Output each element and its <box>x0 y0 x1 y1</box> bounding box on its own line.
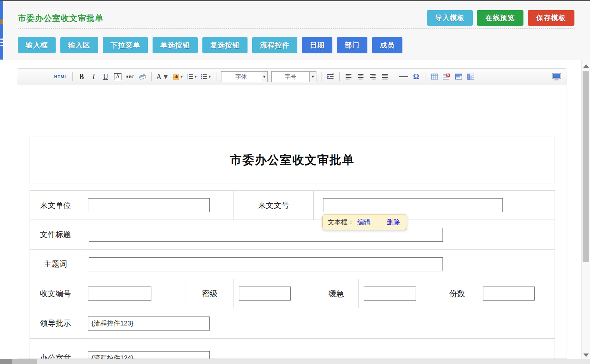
font-family-select[interactable]: 字体▼ <box>221 71 268 82</box>
header: 市委办公室收文审批单 导入模板 在线预览 保存模板 输入框 输入区 下拉菜单 单… <box>3 1 590 60</box>
table-row: 来文单位 来文文号 <box>30 191 555 220</box>
highlight-color-button[interactable]: ab▼ <box>173 71 184 82</box>
palette-textarea-button[interactable]: 输入区 <box>60 37 98 53</box>
ordered-list-button[interactable]: 1 2 3 ▼ <box>187 71 197 82</box>
cell-office-opinion <box>81 339 555 359</box>
palette-department-button[interactable]: 部门 <box>337 37 367 53</box>
label-copies: 份数 <box>436 279 478 308</box>
italic-button[interactable]: I <box>90 71 98 82</box>
font-size-select[interactable]: 字号▼ <box>271 71 316 82</box>
palette-date-button[interactable]: 日期 <box>302 37 332 53</box>
approval-form-table: 来文单位 来文文号 文件标题 主题词 <box>30 190 555 359</box>
cell-security-level <box>234 279 314 308</box>
security-level-input[interactable] <box>239 287 291 301</box>
html-source-button[interactable]: HTML <box>54 71 68 82</box>
palette-input-box-button[interactable]: 输入框 <box>18 37 56 53</box>
fullscreen-preview-icon[interactable] <box>552 71 561 82</box>
palette-flow-control-button[interactable]: 流程控件 <box>252 37 297 53</box>
cell-receipt-number <box>81 279 186 308</box>
window-bottom-edge <box>0 359 590 364</box>
vertical-scrollbar[interactable] <box>581 60 590 364</box>
palette-checkbox-button[interactable]: 复选按钮 <box>202 37 248 53</box>
table-row: 收文编号 密级 缓急 份数 <box>30 279 555 308</box>
underline-button[interactable]: U <box>102 71 110 82</box>
align-center-button[interactable] <box>356 71 365 82</box>
palette-radio-button[interactable]: 单选按钮 <box>153 37 198 53</box>
incoming-unit-input[interactable] <box>88 198 210 212</box>
scroll-up-arrow-icon[interactable] <box>583 64 589 68</box>
cell-incoming-unit <box>81 191 234 220</box>
strikethrough-button[interactable]: ABC <box>126 71 135 82</box>
field-action-tooltip: 文本框： 编辑 删除 <box>322 214 407 230</box>
receipt-number-input[interactable] <box>88 287 151 301</box>
font-color-button[interactable]: A▼ <box>156 71 169 82</box>
special-character-button[interactable]: Ω <box>412 71 420 82</box>
svg-text:3: 3 <box>187 78 188 80</box>
remove-format-eraser-icon[interactable] <box>138 71 147 82</box>
chevron-down-icon: ▼ <box>309 72 316 82</box>
cell-copies <box>478 279 555 308</box>
horizontal-rule-button[interactable] <box>399 71 408 82</box>
rich-text-editor: HTML B I U A ABC A▼ ab▼ 1 2 3 ▼ <box>17 68 567 359</box>
cell-document-title <box>81 220 555 249</box>
cell-leader-instructions <box>81 308 555 338</box>
indent-button[interactable] <box>326 71 335 82</box>
save-template-button[interactable]: 保存模板 <box>528 10 574 26</box>
edit-field-link[interactable]: 编辑 <box>357 218 371 227</box>
component-palette: 输入框 输入区 下拉菜单 单选按钮 复选按钮 流程控件 日期 部门 成员 <box>18 37 402 53</box>
table-row: 办公室意 <box>30 339 555 359</box>
bold-button[interactable]: B <box>77 71 86 82</box>
left-panel-edge <box>0 1 3 60</box>
palette-dropdown-button[interactable]: 下拉菜单 <box>103 37 148 53</box>
unordered-list-button[interactable]: ▼ <box>201 71 211 82</box>
document-title: 市委办公室收文审批单 <box>230 152 355 168</box>
subject-words-input[interactable] <box>89 257 443 271</box>
copies-input[interactable] <box>483 287 535 301</box>
label-leader-instructions: 领导批示 <box>30 308 81 338</box>
editor-document: 市委办公室收文审批单 来文单位 来文文号 文件标题 <box>17 85 567 359</box>
label-subject-words: 主题词 <box>30 250 81 279</box>
editor-toolbar: HTML B I U A ABC A▼ ab▼ 1 2 3 ▼ <box>17 69 567 85</box>
cell-urgency <box>359 279 436 308</box>
document-title-box: 市委办公室收文审批单 <box>30 137 555 183</box>
label-office-opinion: 办公室意 <box>30 339 81 359</box>
cell-subject-words <box>81 250 555 279</box>
office-opinion-input[interactable] <box>88 351 210 359</box>
font-style-icon[interactable]: A <box>114 71 122 82</box>
leader-instructions-input[interactable] <box>88 317 210 331</box>
align-right-button[interactable] <box>369 71 377 82</box>
table-row: 文件标题 <box>30 220 555 250</box>
label-incoming-unit: 来文单位 <box>30 191 81 220</box>
table-properties-button[interactable] <box>454 71 463 82</box>
align-left-button[interactable] <box>344 71 353 82</box>
delete-table-button[interactable] <box>442 71 451 82</box>
align-justify-button[interactable] <box>381 71 389 82</box>
table-row: 领导批示 <box>30 308 555 339</box>
page-title: 市委办公室收文审批单 <box>18 13 104 24</box>
label-receipt-number: 收文编号 <box>30 279 81 308</box>
label-incoming-doc-number: 来文文号 <box>234 191 314 220</box>
header-divider <box>18 28 575 29</box>
delete-field-link[interactable]: 删除 <box>387 218 400 227</box>
label-urgency: 缓急 <box>314 279 359 308</box>
table-row: 主题词 <box>30 250 555 279</box>
online-preview-button[interactable]: 在线预览 <box>477 10 523 26</box>
chevron-down-icon: ▼ <box>261 72 267 82</box>
scroll-down-arrow-icon[interactable] <box>583 353 589 357</box>
urgency-input[interactable] <box>364 287 416 301</box>
import-template-button[interactable]: 导入模板 <box>427 10 473 26</box>
cell-properties-button[interactable] <box>466 71 475 82</box>
label-security-level: 密级 <box>186 279 234 308</box>
palette-member-button[interactable]: 成员 <box>372 37 402 53</box>
incoming-doc-number-input[interactable] <box>323 198 503 212</box>
insert-table-button[interactable] <box>430 71 439 82</box>
scrollbar-thumb[interactable] <box>583 71 589 262</box>
tooltip-label: 文本框： <box>328 218 354 227</box>
label-document-title: 文件标题 <box>30 220 81 249</box>
